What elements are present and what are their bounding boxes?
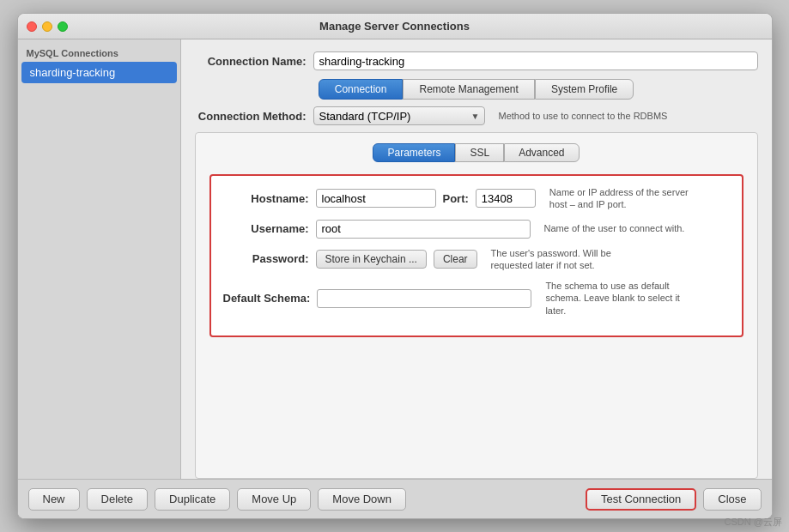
connection-method-row: Connection Method: Standard (TCP/IP) ▼ M… <box>195 106 758 125</box>
delete-button[interactable]: Delete <box>87 488 149 511</box>
window-title: Manage Server Connections <box>319 20 470 33</box>
connection-method-desc: Method to use to connect to the RDBMS <box>499 111 668 121</box>
hostname-input[interactable] <box>316 189 436 208</box>
window-controls <box>27 21 68 32</box>
connection-name-row: Connection Name: <box>195 51 758 70</box>
password-desc: The user's password. Will be requested l… <box>491 247 646 272</box>
close-button[interactable] <box>27 21 37 32</box>
right-panel: Connection Name: Connection Remote Manag… <box>181 39 772 479</box>
watermark: CSDN @云屏 <box>725 516 782 529</box>
username-input[interactable] <box>316 220 531 239</box>
sub-tab-parameters[interactable]: Parameters <box>373 143 455 162</box>
connection-name-label: Connection Name: <box>195 55 306 68</box>
main-tabs: Connection Remote Management System Prof… <box>195 79 758 100</box>
username-desc: Name of the user to connect with. <box>544 222 685 234</box>
connection-name-input[interactable] <box>313 51 758 70</box>
close-button-bottom[interactable]: Close <box>703 488 761 511</box>
hostname-label: Hostname: <box>223 192 309 205</box>
sub-tab-advanced[interactable]: Advanced <box>504 143 579 162</box>
schema-input[interactable] <box>317 289 531 308</box>
titlebar: Manage Server Connections <box>18 14 772 39</box>
tab-system-profile[interactable]: System Profile <box>535 79 634 100</box>
test-connection-button[interactable]: Test Connection <box>586 488 696 511</box>
schema-row: Default Schema: The schema to use as def… <box>223 280 730 317</box>
connection-method-select[interactable]: Standard (TCP/IP) <box>313 106 485 125</box>
password-label: Password: <box>223 252 309 265</box>
sub-tabs: Parameters SSL Advanced <box>209 143 743 162</box>
sidebar: MySQL Connections sharding-tracking <box>18 39 181 479</box>
username-label: Username: <box>223 222 309 235</box>
clear-password-button[interactable]: Clear <box>434 250 477 269</box>
sidebar-section-header: MySQL Connections <box>18 43 180 62</box>
hostname-row: Hostname: Port: Name or IP address of th… <box>223 186 730 211</box>
hostname-desc: Name or IP address of the server host – … <box>549 186 704 211</box>
tab-remote-management[interactable]: Remote Management <box>403 79 534 100</box>
username-row: Username: Name of the user to connect wi… <box>223 220 730 239</box>
new-button[interactable]: New <box>28 488 80 511</box>
store-keychain-button[interactable]: Store in Keychain ... <box>316 250 427 269</box>
sub-tab-ssl[interactable]: SSL <box>455 143 504 162</box>
sidebar-item-sharding-tracking[interactable]: sharding-tracking <box>21 62 177 83</box>
minimize-button[interactable] <box>42 21 52 32</box>
schema-label: Default Schema: <box>223 292 311 305</box>
schema-desc: The schema to use as default schema. Lea… <box>545 280 700 317</box>
port-label: Port: <box>443 192 469 205</box>
password-row: Password: Store in Keychain ... Clear Th… <box>223 247 730 272</box>
duplicate-button[interactable]: Duplicate <box>155 488 230 511</box>
maximize-button[interactable] <box>58 21 68 32</box>
move-up-button[interactable]: Move Up <box>237 488 311 511</box>
connection-method-label: Connection Method: <box>195 110 306 123</box>
tab-connection[interactable]: Connection <box>319 79 404 100</box>
port-input[interactable] <box>476 189 536 208</box>
move-down-button[interactable]: Move Down <box>318 488 406 511</box>
bottom-bar: New Delete Duplicate Move Up Move Down T… <box>18 479 772 518</box>
connection-method-select-wrap: Standard (TCP/IP) ▼ <box>313 106 485 125</box>
form-area: Parameters SSL Advanced Hostname: Port: … <box>195 132 758 479</box>
parameters-section: Hostname: Port: Name or IP address of th… <box>209 174 743 337</box>
